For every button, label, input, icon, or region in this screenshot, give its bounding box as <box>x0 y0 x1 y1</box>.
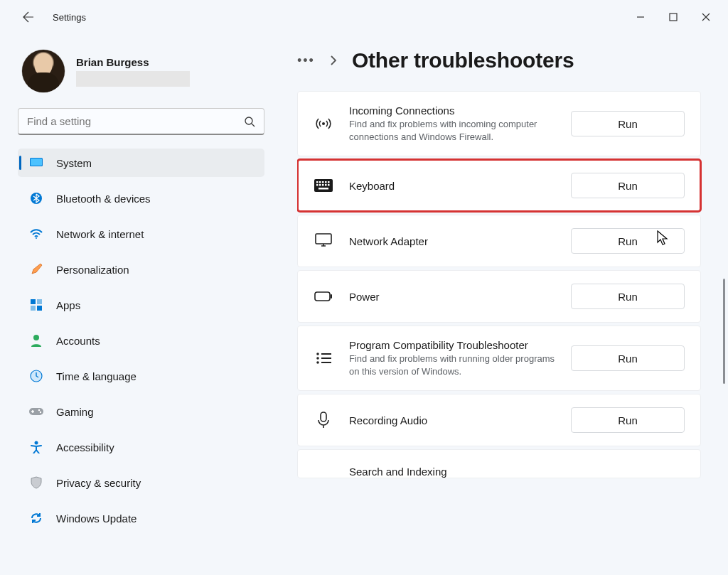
svg-rect-19 <box>319 181 321 183</box>
sidebar-item-time[interactable]: Time & language <box>18 362 264 390</box>
wifi-icon <box>29 227 43 241</box>
microphone-icon <box>314 412 333 429</box>
sidebar-item-accounts[interactable]: Accounts <box>18 326 264 355</box>
maximize-button[interactable] <box>657 6 690 28</box>
list-icon <box>314 352 333 365</box>
window-controls <box>624 6 722 28</box>
svg-rect-0 <box>670 14 677 21</box>
profile-name: Brian Burgess <box>76 56 190 68</box>
back-button[interactable] <box>20 9 37 26</box>
close-icon <box>702 13 710 21</box>
troubleshooter-title: Program Compatibility Troubleshooter <box>349 339 555 351</box>
troubleshooter-compatibility: Program Compatibility Troubleshooter Fin… <box>297 326 701 391</box>
svg-point-13 <box>38 409 40 411</box>
svg-rect-36 <box>321 358 331 359</box>
sidebar-item-privacy[interactable]: Privacy & security <box>18 468 264 497</box>
minimize-icon <box>636 13 645 21</box>
content: ••• Other troubleshooters Incoming Conne… <box>277 34 728 575</box>
person-icon <box>29 333 43 348</box>
troubleshooter-desc: Find and fix problems with running older… <box>349 353 555 377</box>
breadcrumb: ••• Other troubleshooters <box>297 48 708 72</box>
svg-point-15 <box>35 441 38 445</box>
troubleshooter-title: Network Adapter <box>349 235 555 247</box>
sidebar-item-label: Bluetooth & devices <box>56 193 151 205</box>
troubleshooter-recording-audio: Recording Audio Run <box>297 394 701 446</box>
svg-rect-31 <box>331 294 332 299</box>
svg-rect-30 <box>315 292 330 301</box>
search-box[interactable] <box>18 108 264 135</box>
troubleshooter-search-indexing: Search and Indexing <box>297 449 701 478</box>
profile-section[interactable]: Brian Burgess <box>18 50 264 105</box>
battery-icon <box>314 291 333 302</box>
sidebar-item-apps[interactable]: Apps <box>18 291 264 319</box>
sidebar-item-label: Apps <box>56 299 80 311</box>
antenna-icon <box>314 116 333 131</box>
sidebar-item-gaming[interactable]: Gaming <box>18 397 264 426</box>
sidebar-item-label: Network & internet <box>56 228 144 240</box>
minimize-button[interactable] <box>624 6 657 28</box>
svg-rect-25 <box>322 184 324 186</box>
troubleshooter-list: Incoming Connections Find and fix proble… <box>297 91 708 478</box>
sidebar-item-label: Gaming <box>56 406 94 418</box>
breadcrumb-overflow[interactable]: ••• <box>297 53 315 68</box>
svg-rect-26 <box>325 184 327 186</box>
sidebar-item-label: System <box>56 157 92 169</box>
run-button[interactable]: Run <box>571 228 685 254</box>
search-input[interactable] <box>27 115 244 127</box>
troubleshooter-desc: Find and fix problems with incoming comp… <box>349 118 555 143</box>
gaming-icon <box>29 404 43 419</box>
svg-point-10 <box>33 335 39 340</box>
svg-rect-35 <box>321 353 331 355</box>
troubleshooter-title: Incoming Connections <box>349 104 555 117</box>
arrow-left-icon <box>23 11 34 23</box>
troubleshooter-incoming-connections: Incoming Connections Find and fix proble… <box>297 91 701 156</box>
svg-rect-27 <box>328 184 330 186</box>
svg-rect-3 <box>31 158 42 166</box>
sidebar-item-network[interactable]: Network & internet <box>18 220 264 248</box>
run-button[interactable]: Run <box>571 407 685 433</box>
svg-rect-21 <box>325 181 327 183</box>
clock-icon <box>29 369 43 383</box>
run-button[interactable]: Run <box>571 173 685 198</box>
maximize-icon <box>669 13 678 21</box>
run-button[interactable]: Run <box>571 111 685 136</box>
svg-rect-8 <box>31 306 36 311</box>
sidebar-item-label: Accounts <box>56 335 100 347</box>
troubleshooter-title: Recording Audio <box>349 414 555 426</box>
sidebar-item-label: Windows Update <box>56 512 136 525</box>
avatar <box>22 50 65 92</box>
svg-point-16 <box>322 122 325 125</box>
sidebar-item-accessibility[interactable]: Accessibility <box>18 433 264 461</box>
svg-rect-6 <box>31 299 36 304</box>
close-button[interactable] <box>690 6 722 28</box>
troubleshooter-title: Power <box>349 291 555 303</box>
apps-icon <box>29 298 43 312</box>
scrollbar[interactable] <box>723 279 725 384</box>
chevron-right-icon <box>328 55 339 65</box>
svg-point-34 <box>316 361 319 364</box>
sidebar-item-personalization[interactable]: Personalization <box>18 255 264 284</box>
sidebar-item-label: Accessibility <box>56 441 114 453</box>
svg-rect-28 <box>318 188 328 190</box>
troubleshooter-power: Power Run <box>297 270 701 323</box>
sidebar-item-bluetooth[interactable]: Bluetooth & devices <box>18 184 264 213</box>
svg-rect-37 <box>321 362 331 363</box>
sidebar-item-update[interactable]: Windows Update <box>18 504 264 532</box>
run-button[interactable]: Run <box>571 284 685 309</box>
profile-email-redacted <box>76 71 190 87</box>
svg-rect-7 <box>37 299 42 304</box>
profile-info: Brian Burgess <box>76 56 190 87</box>
run-button[interactable]: Run <box>571 345 685 371</box>
svg-point-14 <box>40 412 41 413</box>
sidebar-item-system[interactable]: System <box>18 149 264 177</box>
svg-point-1 <box>245 117 252 124</box>
sidebar-item-label: Privacy & security <box>56 477 141 489</box>
titlebar: Settings <box>0 0 728 34</box>
troubleshooter-title: Search and Indexing <box>349 466 685 478</box>
shield-icon <box>29 475 43 490</box>
svg-point-32 <box>316 353 319 355</box>
monitor-icon <box>314 233 333 249</box>
svg-rect-38 <box>321 412 326 421</box>
troubleshooter-keyboard: Keyboard Run <box>297 159 701 212</box>
svg-point-5 <box>36 237 37 239</box>
